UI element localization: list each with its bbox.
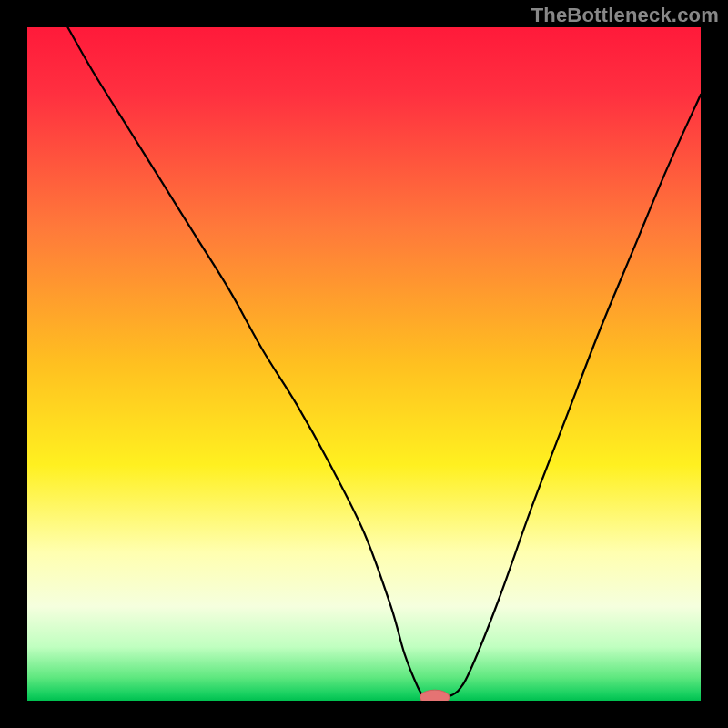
chart-frame: TheBottleneck.com xyxy=(0,0,728,728)
watermark-text: TheBottleneck.com xyxy=(531,4,719,27)
optimum-marker xyxy=(420,690,450,701)
chart-svg xyxy=(27,27,701,701)
plot-area xyxy=(27,27,701,701)
